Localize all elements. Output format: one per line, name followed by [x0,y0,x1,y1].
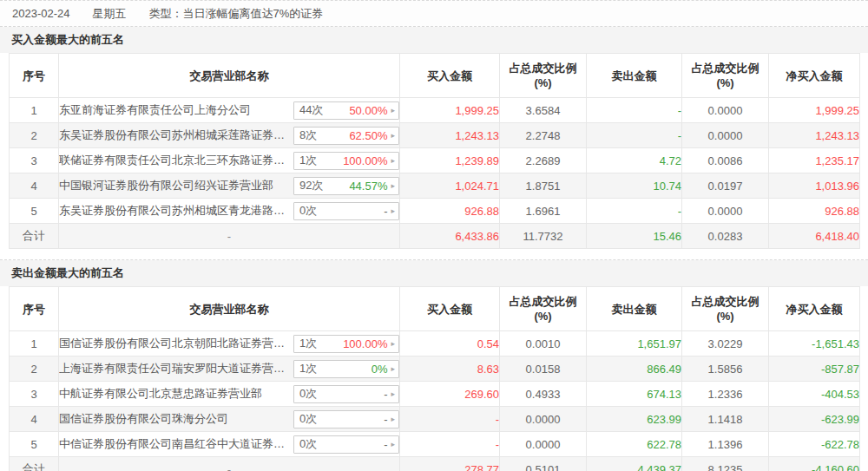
column-header: 占总成交比例(%) [500,54,587,98]
ranking-count: 8次 [299,128,317,143]
ranking-count-badge[interactable]: 0次-▸ [293,435,399,454]
sell-pct-cell: 0.0086 [682,148,769,173]
success-rate: - [384,205,387,218]
column-header: 买入金额 [400,287,500,331]
arrow-right-icon: ▸ [391,132,395,140]
buy-pct-cell: 1.6961 [500,199,587,224]
sell-amount-cell: - [587,98,682,123]
type-value: 当日涨幅偏离值达7%的证券 [183,7,324,20]
buy-top5-table: 序号交易营业部名称买入金额占总成交比例(%)卖出金额占总成交比例(%)净买入金额… [9,53,860,249]
seq-cell: 5 [10,432,59,457]
sell-amount-cell: - [587,199,682,224]
net-buy-cell: 1,999.25 [769,98,860,123]
success-rate: - [384,438,387,451]
buy-amount-cell: 1,243.13 [400,123,500,148]
column-header: 净买入金额 [769,287,860,331]
column-header: 占总成交比例(%) [682,54,769,98]
branch-name: 国信证券股份有限公司珠海分公司 [59,411,288,427]
branch-name-wrap: 国信证券股份有限公司北京朝阳北路证券营业部1次100.00%▸ [59,331,399,356]
table-row: 1国信证券股份有限公司北京朝阳北路证券营业部1次100.00%▸0.540.00… [10,331,860,357]
seq-cell: 4 [10,407,59,432]
seq-cell: 4 [10,173,59,199]
sell-amount-cell: 4.72 [587,148,682,173]
section-title-buy: 买入金额最大的前五名 [0,27,868,53]
branch-name-wrap: 中国银河证券股份有限公司绍兴证券营业部92次44.57%▸ [59,173,399,198]
sell-pct-cell: 1.2336 [682,382,769,407]
sell-pct-cell: 0.0000 [682,123,769,148]
arrow-right-icon: ▸ [391,390,395,398]
sell-amount-cell: 10.74 [587,173,682,199]
sell-pct-cell: 3.0229 [682,331,769,357]
table-row: 2东吴证券股份有限公司苏州相城采莲路证券营业部8次62.50%▸1,243.13… [10,123,860,148]
sell-top5-table: 序号交易营业部名称买入金额占总成交比例(%)卖出金额占总成交比例(%)净买入金额… [9,286,860,471]
branch-name-cell: - [59,457,400,471]
branch-name-wrap: 中信证券股份有限公司南昌红谷中大道证券营业部0次-▸ [59,432,399,456]
ranking-count-badge[interactable]: 1次100.00%▸ [293,152,399,170]
buy-amount-cell: 0.54 [400,331,500,357]
arrow-right-icon: ▸ [391,207,395,215]
net-buy-cell: -404.53 [769,382,860,407]
ranking-count-badge[interactable]: 92次44.57%▸ [293,177,399,195]
buy-pct-cell: 0.4933 [500,382,587,407]
branch-name: 上海证券有限责任公司瑞安罗阳大道证券营业部 [59,361,288,376]
ranking-count-badge[interactable]: 0次-▸ [293,202,399,220]
branch-name: 中国银河证券股份有限公司绍兴证券营业部 [59,178,288,193]
ranking-count: 1次 [299,153,317,168]
ranking-count-badge[interactable]: 44次50.00%▸ [293,101,399,120]
branch-name-cell: 东亚前海证券有限责任公司上海分公司44次50.00%▸ [59,98,400,123]
sell-pct-cell: 1.5856 [682,357,769,382]
ranking-count-badge[interactable]: 1次0%▸ [293,360,399,378]
buy-amount-cell: 269.60 [400,382,500,407]
seq-cell: 2 [10,123,59,148]
column-header: 交易营业部名称 [59,287,400,331]
trade-date: 2023-02-24 [12,7,70,20]
success-rate: 50.00% [349,104,387,117]
branch-name-cell: 国信证券股份有限公司北京朝阳北路证券营业部1次100.00%▸ [59,331,400,357]
buy-amount-cell: 278.77 [400,457,500,471]
ranking-count: 1次 [299,361,317,376]
table-row: 3联储证券有限责任公司北京北三环东路证券营业部1次100.00%▸1,239.8… [10,148,860,173]
header-row: 序号交易营业部名称买入金额占总成交比例(%)卖出金额占总成交比例(%)净买入金额 [10,54,860,98]
arrow-right-icon: ▸ [391,107,395,114]
table-row: 2上海证券有限责任公司瑞安罗阳大道证券营业部1次0%▸8.630.0158866… [10,357,860,382]
column-header: 占总成交比例(%) [500,287,587,331]
branch-name-wrap: 东吴证券股份有限公司苏州相城区青龙港路证券营...0次-▸ [59,199,399,223]
buy-pct-cell: 2.2689 [500,148,587,173]
ranking-count: 0次 [299,386,317,402]
branch-name-cell: 东吴证券股份有限公司苏州相城采莲路证券营业部8次62.50%▸ [59,123,400,148]
sell-pct-cell: 8.1235 [682,457,769,471]
sell-pct-cell: 0.0000 [682,98,769,123]
branch-name-wrap: 东亚前海证券有限责任公司上海分公司44次50.00%▸ [59,98,399,122]
table-row: 4中国银河证券股份有限公司绍兴证券营业部92次44.57%▸1,024.711.… [10,173,860,199]
ranking-count-badge[interactable]: 0次-▸ [293,410,399,428]
ranking-count: 0次 [299,203,317,219]
branch-name: 东亚前海证券有限责任公司上海分公司 [59,102,288,118]
buy-amount-cell: 1,999.25 [400,98,500,123]
sell-top5-section: 卖出金额最大的前五名 序号交易营业部名称买入金额占总成交比例(%)卖出金额占总成… [0,260,868,471]
branch-name: 东吴证券股份有限公司苏州相城采莲路证券营业部 [59,128,288,143]
net-buy-cell: 6,418.40 [769,224,860,249]
sell-pct-cell: 1.1418 [682,407,769,432]
buy-amount-cell: - [400,432,500,457]
table-row: 1东亚前海证券有限责任公司上海分公司44次50.00%▸1,999.253.65… [10,98,860,123]
branch-name-cell: - [59,224,400,249]
column-header: 净买入金额 [769,54,860,98]
sell-pct-cell: 0.0283 [682,224,769,249]
branch-name-wrap: 中航证券有限公司北京慧忠路证券营业部0次-▸ [59,382,399,406]
ranking-count: 92次 [299,178,323,193]
branch-name: 中信证券股份有限公司南昌红谷中大道证券营业部 [59,436,288,452]
table-row: 3中航证券有限公司北京慧忠路证券营业部0次-▸269.600.4933674.1… [10,382,860,407]
seq-cell: 合计 [10,457,59,471]
ranking-count-badge[interactable]: 0次-▸ [293,385,399,403]
net-buy-cell: 1,013.96 [769,173,860,199]
column-header: 买入金额 [400,54,500,98]
net-buy-cell: 1,243.13 [769,123,860,148]
net-buy-cell: 926.88 [769,199,860,224]
ranking-count-badge[interactable]: 1次100.00%▸ [293,335,399,353]
arrow-right-icon: ▸ [391,441,395,448]
sell-amount-cell: 866.49 [587,357,682,382]
net-buy-cell: -4,160.60 [769,457,860,471]
buy-amount-cell: 1,024.71 [400,173,500,199]
ranking-count-badge[interactable]: 8次62.50%▸ [293,127,399,145]
buy-pct-cell: 2.2748 [500,123,587,148]
